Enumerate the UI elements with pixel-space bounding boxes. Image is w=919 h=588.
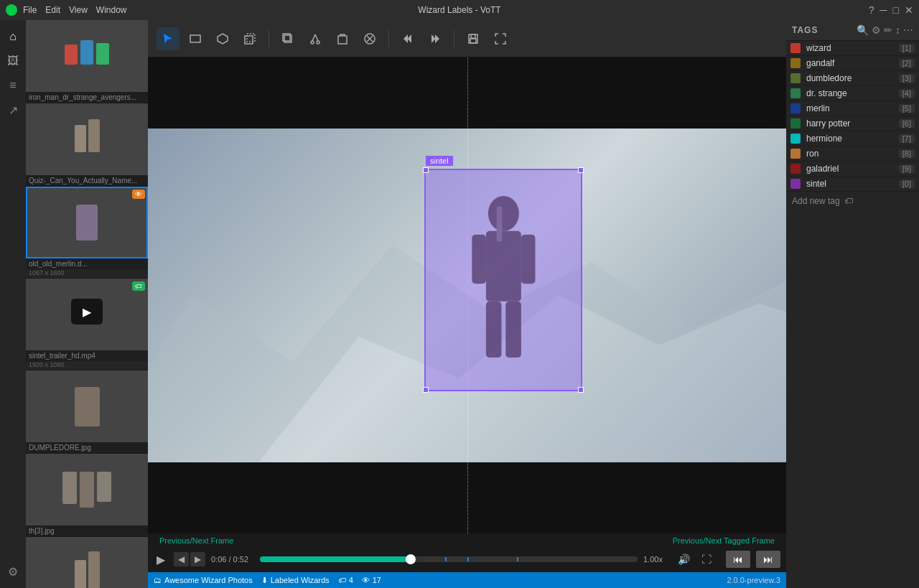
nav-help[interactable]: ⚙ bbox=[2, 561, 24, 582]
help-btn[interactable]: ? bbox=[869, 4, 874, 16]
tool-delete[interactable] bbox=[358, 27, 381, 50]
left-nav: ⌂ 🖼 ≡ ↗ ⚙ bbox=[0, 20, 26, 588]
transport-bar: ▶ ◀ ▶ 0:06 / 0:52 1.00x 🔊 ⛶ bbox=[148, 548, 786, 572]
nav-images[interactable]: 🖼 bbox=[2, 50, 24, 72]
file-thumb-4: ▶ bbox=[26, 279, 148, 350]
tag-count-5: [6] bbox=[899, 119, 915, 128]
tags-sort-icon[interactable]: ↕ bbox=[895, 24, 900, 36]
file-label-4: sintel_trailer_hd.mp4 bbox=[26, 350, 148, 361]
annotation-box[interactable]: sintel bbox=[424, 169, 582, 391]
file-badge-3: 👁 bbox=[132, 190, 145, 199]
tag-color-5 bbox=[790, 118, 801, 129]
file-item-2[interactable]: Quiz-_Can_You_Actually_Name... bbox=[26, 103, 148, 187]
tag-color-3 bbox=[790, 88, 801, 98]
tool-cut[interactable] bbox=[304, 27, 327, 50]
file-thumb-1 bbox=[26, 20, 148, 92]
nav-home[interactable]: ⌂ bbox=[2, 26, 24, 47]
frame-jump-next[interactable]: ⏭ bbox=[756, 551, 780, 568]
tags-icons: 🔍 ⚙ ✏ ↕ ⋯ bbox=[857, 24, 913, 36]
tag-item-dr.-strange[interactable]: dr. strange [4] bbox=[786, 86, 919, 101]
next-frame-btn[interactable]: ▶ bbox=[190, 552, 205, 566]
nav-export[interactable]: ↗ bbox=[2, 99, 24, 121]
tag-color-4 bbox=[790, 103, 801, 113]
svg-rect-24 bbox=[505, 301, 521, 357]
footer-visits: 👁 17 bbox=[362, 576, 381, 584]
prev-next-tagged-label: Previous/Next Tagged Frame bbox=[673, 536, 775, 545]
seek-bar[interactable] bbox=[260, 556, 638, 562]
prev-frame-btn[interactable]: ◀ bbox=[174, 552, 189, 566]
tag-name-4: merlin bbox=[806, 103, 899, 113]
tag-name-9: sintel bbox=[806, 179, 899, 189]
volume-btn[interactable]: 🔊 bbox=[675, 552, 693, 566]
svg-line-8 bbox=[312, 34, 315, 41]
tags-more-icon[interactable]: ⋯ bbox=[903, 24, 913, 36]
file-thumb-6 bbox=[26, 454, 148, 526]
tool-rect[interactable] bbox=[184, 27, 207, 50]
file-item-4[interactable]: ▶ 🏷 sintel_trailer_hd.mp4 1920 x 1080 bbox=[26, 279, 148, 370]
tool-copy-region[interactable] bbox=[238, 27, 261, 50]
tool-next[interactable] bbox=[424, 27, 447, 50]
menu-view[interactable]: View bbox=[69, 5, 88, 15]
tool-prev[interactable] bbox=[396, 27, 419, 50]
footer-tags: 🏷 4 bbox=[338, 576, 353, 584]
seek-fill bbox=[260, 556, 411, 562]
menu-edit[interactable]: Edit bbox=[45, 5, 60, 15]
tool-select[interactable] bbox=[157, 27, 179, 50]
file-item-7[interactable] bbox=[26, 537, 148, 588]
close-btn[interactable]: ✕ bbox=[905, 4, 913, 16]
file-thumb-2 bbox=[26, 103, 148, 175]
file-label-5: DUMPLEDORE.jpg bbox=[26, 442, 148, 453]
handle-bottom-left[interactable] bbox=[423, 387, 429, 393]
tag-item-ron[interactable]: ron [8] bbox=[786, 146, 919, 162]
file-item-1[interactable]: iron_man_dr_strange_avengers... bbox=[26, 20, 148, 103]
tags-filter-icon[interactable]: ⚙ bbox=[872, 24, 881, 36]
file-item-3[interactable]: 👁 old_old_merlin.d... 1067 x 1600 bbox=[26, 187, 148, 279]
minimize-btn[interactable]: ─ bbox=[880, 4, 887, 16]
tool-duplicate[interactable] bbox=[276, 27, 299, 50]
tool-paste[interactable] bbox=[331, 27, 354, 50]
tag-item-sintel[interactable]: sintel [0] bbox=[786, 177, 919, 192]
handle-bottom-right[interactable] bbox=[578, 387, 584, 393]
tag-count-9: [0] bbox=[899, 179, 915, 188]
tag-count-8: [9] bbox=[899, 164, 915, 173]
tag-item-harry-potter[interactable]: harry potter [6] bbox=[786, 116, 919, 131]
svg-rect-0 bbox=[190, 35, 200, 42]
file-item-6[interactable]: th[3].jpg bbox=[26, 454, 148, 537]
handle-top-left[interactable] bbox=[423, 167, 429, 173]
tag-item-merlin[interactable]: merlin [5] bbox=[786, 101, 919, 116]
toolbar-sep-3 bbox=[454, 30, 454, 47]
tag-color-8 bbox=[790, 164, 801, 174]
svg-point-6 bbox=[311, 41, 314, 44]
svg-rect-22 bbox=[521, 234, 535, 284]
tag-name-7: ron bbox=[806, 149, 899, 159]
app-title: Wizard Labels - VoTT bbox=[418, 5, 500, 15]
menu-file[interactable]: File bbox=[23, 5, 37, 15]
tag-item-galadriel[interactable]: galadriel [9] bbox=[786, 162, 919, 177]
window-controls: ? ─ □ ✕ bbox=[869, 4, 913, 16]
maximize-btn[interactable]: □ bbox=[893, 4, 899, 16]
video-container: sintel bbox=[148, 57, 786, 533]
tool-fullscreen[interactable] bbox=[489, 27, 512, 50]
menu-window[interactable]: Window bbox=[96, 5, 127, 15]
play-button[interactable]: ▶ bbox=[154, 551, 168, 568]
tag-count-4: [5] bbox=[899, 104, 915, 113]
tool-save[interactable] bbox=[462, 27, 485, 50]
frame-jump-prev[interactable]: ⏮ bbox=[726, 551, 750, 568]
tag-item-gandalf[interactable]: gandalf [2] bbox=[786, 56, 919, 71]
handle-top-right[interactable] bbox=[578, 167, 584, 173]
tags-edit-icon[interactable]: ✏ bbox=[884, 24, 892, 36]
footer: 🗂 Awesome Wizard Photos ⬇ Labeled Wizard… bbox=[148, 572, 786, 588]
seek-handle[interactable] bbox=[406, 554, 416, 564]
file-item-5[interactable]: DUMPLEDORE.jpg bbox=[26, 370, 148, 454]
tool-polygon[interactable] bbox=[211, 27, 234, 50]
fullscreen-btn[interactable]: ⛶ bbox=[699, 552, 714, 566]
tag-item-wizard[interactable]: wizard [1] bbox=[786, 41, 919, 56]
footer-export: ⬇ Labeled Wizards bbox=[261, 576, 330, 585]
video-controls: Previous/Next Frame Previous/Next Tagged… bbox=[148, 533, 786, 572]
tag-item-dumbledore[interactable]: dumbledore [3] bbox=[786, 71, 919, 86]
svg-marker-1 bbox=[218, 34, 228, 44]
tags-search-icon[interactable]: 🔍 bbox=[857, 24, 869, 36]
nav-settings[interactable]: ≡ bbox=[2, 75, 24, 96]
tag-item-hermione[interactable]: hermione [7] bbox=[786, 131, 919, 146]
add-new-tag[interactable]: Add new tag 🏷 bbox=[786, 192, 919, 210]
